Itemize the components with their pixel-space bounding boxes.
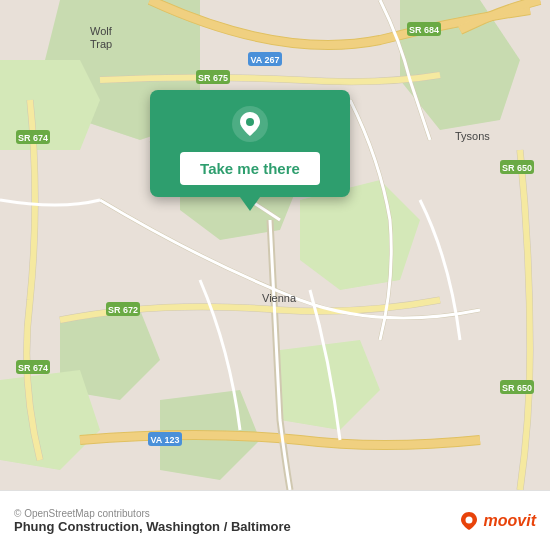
- wolf-trap-label: Wolf: [90, 25, 113, 37]
- sr674-bot-shield: SR 674: [18, 363, 48, 373]
- moovit-brand-text: moovit: [484, 512, 536, 530]
- tysons-label: Tysons: [455, 130, 490, 142]
- sr675-shield: SR 675: [198, 73, 228, 83]
- moovit-logo: moovit: [458, 510, 536, 532]
- moovit-pin-icon: [458, 510, 480, 532]
- wolf-trap-label2: Trap: [90, 38, 112, 50]
- map: VA 267 SR 675 SR 684 SR 674 SR 674 SR 67…: [0, 0, 550, 490]
- vienna-label: Vienna: [262, 292, 297, 304]
- attribution-text: © OpenStreetMap contributors Phung Const…: [14, 508, 291, 534]
- sr672-shield: SR 672: [108, 305, 138, 315]
- svg-point-20: [246, 118, 254, 126]
- va267-shield: VA 267: [250, 55, 279, 65]
- sr684-shield: SR 684: [409, 25, 439, 35]
- sr674-top-shield: SR 674: [18, 133, 48, 143]
- sr650-top-shield: SR 650: [502, 163, 532, 173]
- popup-card: Take me there: [150, 90, 350, 197]
- take-me-there-button[interactable]: Take me there: [180, 152, 320, 185]
- va123-shield: VA 123: [150, 435, 179, 445]
- svg-point-21: [465, 516, 472, 523]
- bottom-bar: © OpenStreetMap contributors Phung Const…: [0, 490, 550, 550]
- location-pin-icon: [232, 106, 268, 142]
- sr650-bot-shield: SR 650: [502, 383, 532, 393]
